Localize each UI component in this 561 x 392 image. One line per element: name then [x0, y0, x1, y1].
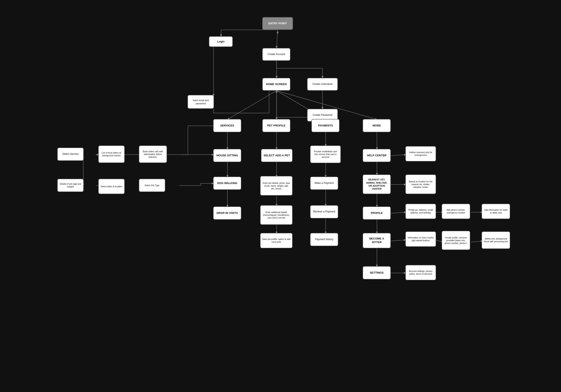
create-username-node: Create Username: [307, 78, 338, 91]
add-debit-node: Add information for debit or debit card: [482, 204, 510, 219]
book-video-node: Book (video call) with sitter/walker bef…: [139, 145, 167, 163]
create-profile-node: Create profile, services provided (basic…: [442, 231, 470, 250]
details-pet-node: Details of pet (age and weight): [57, 179, 84, 192]
svg-line-36: [391, 240, 406, 241]
info-how-works-node: Information on how it works (get started…: [405, 231, 436, 247]
select-pet-type-node: Select Pet Type: [139, 179, 165, 192]
enter-pet-details-node: Enter pet details: photo, type of pet, n…: [260, 176, 292, 196]
create-account-node: Create Account: [262, 48, 291, 61]
more-node: MORE: [363, 119, 391, 132]
select-add-pet-node: SELECT ADD A PET: [261, 149, 292, 162]
list-sitters-node: List of local sitters w/ background chec…: [98, 145, 125, 163]
enter-additional-node: Enter additional details (microchipped, …: [260, 205, 292, 225]
add-phone-node: Add phone number, emergency number: [442, 204, 470, 219]
svg-line-38: [471, 241, 483, 242]
home-screen-node: HOME SCREEN: [262, 78, 291, 91]
based-on-location-node: Based on location for the nearest vet, s…: [405, 175, 436, 194]
select-dates-node: Select dates & location: [98, 179, 125, 194]
nearest-vet-node: NEAREST VET, ANIMAL SHELTER, OR ADOPTION…: [363, 175, 391, 194]
select-service-node: Select Service: [57, 148, 84, 161]
svg-line-32: [391, 212, 406, 213]
account-settings-node: Account settings, privacy policy, terms …: [405, 265, 436, 280]
payments-node: PAYMENTS: [311, 119, 340, 132]
svg-line-28: [391, 155, 406, 156]
become-sitter-node: BECOME A SITTER: [363, 233, 391, 248]
flowchart-diagram: ENTRY POINT Login Create Account Create …: [0, 0, 561, 392]
services-node: SERVICES: [213, 119, 241, 132]
svg-line-2: [277, 30, 278, 48]
dog-walking-node: DOG WALKING: [213, 176, 241, 190]
pet-profile-node: PET PROFILE: [262, 119, 291, 132]
make-payment-node: Make a Payment: [310, 176, 338, 190]
provide-card-node: Provide credit/debit card info, ensure t…: [310, 145, 341, 163]
help-center-node: HELP CENTER: [363, 149, 391, 162]
save-pet-node: Save pet profile, option to add more pet…: [260, 233, 292, 248]
payment-history-node: Payment history: [310, 233, 338, 246]
svg-line-6: [227, 91, 277, 119]
settings-node: SETTINGS: [363, 266, 391, 279]
receive-payment-node: Recieve a Payment: [310, 205, 338, 218]
hotline-node: Hotline reserved only for emergencies: [405, 146, 436, 161]
login-node: Login: [209, 36, 233, 47]
profile-pic-node: Profile pic, address, email address, and…: [405, 204, 436, 219]
entry-point-node: ENTRY POINT: [262, 17, 293, 30]
input-email-node: Input email and password: [187, 95, 214, 109]
profile-node: PROFILE: [363, 206, 391, 220]
house-sitting-node: HOUSE SITTING: [213, 149, 241, 162]
drop-in-visits-node: DROP-IN VISITS: [213, 206, 241, 220]
safety-test-node: Safety test, background check with proce…: [482, 231, 510, 249]
